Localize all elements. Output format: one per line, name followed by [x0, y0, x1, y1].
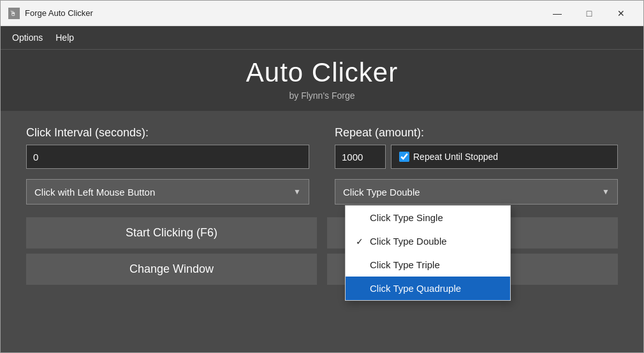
app-header: Auto Clicker by Flynn's Forge: [1, 49, 643, 111]
repeat-until-stopped-checkbox[interactable]: [399, 152, 409, 162]
repeat-until-stopped-label[interactable]: Repeat Until Stopped: [391, 145, 618, 169]
app-title: Auto Clicker: [1, 57, 643, 88]
labels-row: Click Interval (seconds): Repeat (amount…: [26, 126, 618, 169]
title-bar: 🖱 Forge Auto Clicker — □ ✕: [1, 1, 643, 26]
action-buttons-row: Start Clicking (F6) Sto...: [26, 217, 618, 249]
click-type-double-label: Click Type Double: [370, 236, 447, 247]
dropdowns-row: Click with Left Mouse Button ▼ Click Typ…: [26, 179, 618, 205]
click-type-triple-label: Click Type Triple: [370, 259, 440, 270]
click-type-dropdown[interactable]: Click Type Double ▼: [335, 179, 618, 205]
click-type-dropdown-popup: Click Type Single Click Type Double Clic…: [345, 205, 511, 301]
svg-text:🖱: 🖱: [10, 10, 17, 17]
click-interval-group: Click Interval (seconds):: [26, 126, 309, 169]
menu-help[interactable]: Help: [49, 30, 80, 45]
mouse-button-arrow-icon: ▼: [293, 187, 301, 196]
repeat-input-row: Repeat Until Stopped: [335, 145, 618, 169]
click-type-single-option[interactable]: Click Type Single: [346, 206, 510, 229]
start-clicking-button[interactable]: Start Clicking (F6): [26, 217, 317, 249]
click-type-quadruple-label: Click Type Quadruple: [370, 283, 461, 294]
menu-bar: Options Help: [1, 26, 643, 49]
secondary-buttons-row: Change Window Ch...: [26, 254, 618, 285]
minimize-button[interactable]: —: [543, 3, 572, 24]
click-interval-label: Click Interval (seconds):: [26, 126, 309, 140]
repeat-until-stopped-text: Repeat Until Stopped: [413, 152, 498, 162]
mouse-button-selected: Click with Left Mouse Button: [34, 187, 155, 198]
click-type-selected: Click Type Double: [343, 187, 420, 198]
app-icon: 🖱: [8, 8, 20, 19]
mouse-button-dropdown-group: Click with Left Mouse Button ▼: [26, 179, 309, 205]
repeat-group: Repeat (amount): Repeat Until Stopped: [335, 126, 618, 169]
click-type-single-label: Click Type Single: [370, 212, 443, 223]
menu-options[interactable]: Options: [6, 30, 49, 45]
app-subtitle: by Flynn's Forge: [1, 90, 643, 101]
click-type-triple-option[interactable]: Click Type Triple: [346, 253, 510, 277]
mouse-button-dropdown[interactable]: Click with Left Mouse Button ▼: [26, 179, 309, 205]
main-window: 🖱 Forge Auto Clicker — □ ✕ Options Help …: [0, 0, 644, 353]
repeat-amount-input[interactable]: [335, 145, 386, 169]
main-content: Click Interval (seconds): Repeat (amount…: [1, 111, 643, 352]
click-type-dropdown-group: Click Type Double ▼: [335, 179, 618, 205]
click-type-quadruple-option[interactable]: Click Type Quadruple: [346, 277, 510, 300]
window-title: Forge Auto Clicker: [25, 8, 543, 18]
click-interval-input[interactable]: [26, 145, 309, 169]
click-type-double-option[interactable]: Click Type Double: [346, 229, 510, 253]
close-button[interactable]: ✕: [606, 3, 636, 24]
maximize-button[interactable]: □: [574, 3, 604, 24]
repeat-label: Repeat (amount):: [335, 126, 618, 140]
click-type-arrow-icon: ▼: [602, 187, 610, 196]
change-window-button[interactable]: Change Window: [26, 254, 317, 285]
window-controls: — □ ✕: [543, 3, 636, 24]
